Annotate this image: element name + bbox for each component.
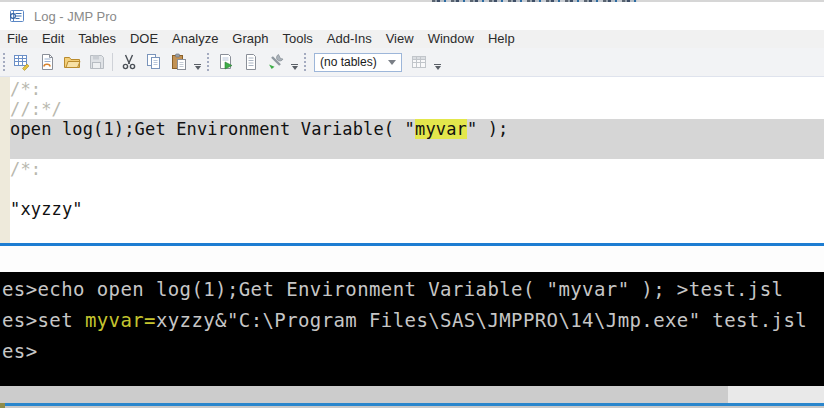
open-file-button[interactable] (59, 50, 84, 74)
search-highlight: myvar (415, 119, 467, 139)
jmp-log-window-icon (9, 8, 25, 24)
desktop-gap (0, 246, 824, 272)
cut-scissors-icon (120, 53, 138, 71)
log-selected-blank-line[interactable] (10, 139, 824, 159)
view-journal-button[interactable] (238, 50, 263, 74)
overflow-bar (434, 64, 441, 65)
menubar: File Edit Tables DOE Analyze Graph Tools… (0, 30, 824, 48)
log-result-line: "xyzzy" (10, 199, 824, 219)
new-data-table-icon (13, 53, 31, 71)
toolbar-grip[interactable] (3, 53, 5, 71)
window-title: Log - JMP Pro (34, 9, 117, 24)
toolbar-overflow-button[interactable] (431, 51, 444, 73)
log-comment-line: /*: (10, 79, 824, 99)
menu-graph[interactable]: Graph (225, 30, 275, 48)
menu-tables[interactable]: Tables (71, 30, 123, 48)
code-text: open log(1);Get Environment Variable( " (10, 119, 415, 139)
console-prompt-line: es> (2, 336, 824, 367)
new-data-table-button[interactable] (9, 50, 34, 74)
log-lines: /*: //:*/ open log(1);Get Environment Va… (10, 77, 824, 219)
bottom-left-pixel (0, 403, 5, 408)
screen: Log - JMP Pro File Edit Tables DOE Analy… (0, 0, 824, 408)
paste-button[interactable] (166, 50, 191, 74)
log-comment-line: //:*/ (10, 99, 824, 119)
console-line-1: es>echo open log(1);Get Environment Vari… (2, 274, 824, 305)
toolbar-overflow-button[interactable] (191, 51, 204, 73)
tables-combobox[interactable]: (no tables) (314, 53, 402, 72)
data-table-icon (410, 53, 428, 71)
chevron-down-icon (292, 66, 298, 70)
log-editor[interactable]: /*: //:*/ open log(1);Get Environment Va… (0, 77, 824, 243)
chevron-down-icon (435, 66, 441, 70)
run-script-icon (217, 53, 235, 71)
menu-doe[interactable]: DOE (123, 30, 165, 48)
chevron-down-icon (195, 66, 201, 70)
cut-button[interactable] (116, 50, 141, 74)
menu-help[interactable]: Help (481, 30, 522, 48)
menu-analyze[interactable]: Analyze (165, 30, 225, 48)
log-comment-line: /*: (10, 159, 824, 179)
scrollbar-thumb[interactable] (0, 386, 728, 403)
console-text: es>echo open log(1);Get Environment Vari… (2, 278, 783, 300)
console-line-2: es>set myvar=xyzzy&"C:\Program Files\SAS… (2, 305, 824, 336)
console-highlight-text: myvar= (85, 309, 156, 331)
toolbar: (no tables) (0, 48, 824, 77)
command-prompt-window[interactable]: es>echo open log(1);Get Environment Vari… (0, 272, 824, 386)
code-text: " ); (467, 119, 509, 139)
toolbar-separator (112, 53, 113, 71)
toolbar-grip[interactable] (304, 53, 306, 71)
tools-button[interactable] (263, 50, 288, 74)
new-script-icon (38, 53, 56, 71)
log-blank-line (10, 179, 824, 199)
toolbar-grip[interactable] (207, 53, 209, 71)
menu-add-ins[interactable]: Add-Ins (320, 30, 379, 48)
tables-combobox-value: (no tables) (320, 55, 377, 69)
menu-edit[interactable]: Edit (35, 30, 71, 48)
menu-window[interactable]: Window (421, 30, 481, 48)
menu-file[interactable]: File (0, 30, 35, 48)
save-button[interactable] (84, 50, 109, 74)
menu-view[interactable]: View (379, 30, 421, 48)
console-horizontal-scrollbar[interactable] (0, 386, 824, 403)
log-selected-code-line[interactable]: open log(1);Get Environment Variable( "m… (10, 119, 824, 139)
chevron-down-icon (388, 60, 396, 65)
save-icon (88, 53, 106, 71)
copy-icon (145, 53, 163, 71)
assign-table-button[interactable] (406, 50, 431, 74)
journal-page-icon (242, 53, 260, 71)
console-text: xyzzy&"C:\Program Files\SAS\JMPPRO\14\Jm… (156, 309, 807, 331)
open-folder-icon (63, 53, 81, 71)
copy-button[interactable] (141, 50, 166, 74)
log-editor-margin (0, 77, 10, 243)
overflow-bar (194, 64, 201, 65)
tools-wrench-icon (267, 53, 285, 71)
paste-clipboard-icon (170, 53, 188, 71)
run-script-button[interactable] (213, 50, 238, 74)
toolbar-overflow-button[interactable] (288, 51, 301, 73)
menu-tools[interactable]: Tools (276, 30, 320, 48)
titlebar: Log - JMP Pro (0, 2, 824, 30)
overflow-bar (291, 64, 298, 65)
console-text: es>set (2, 309, 85, 331)
new-script-button[interactable] (34, 50, 59, 74)
